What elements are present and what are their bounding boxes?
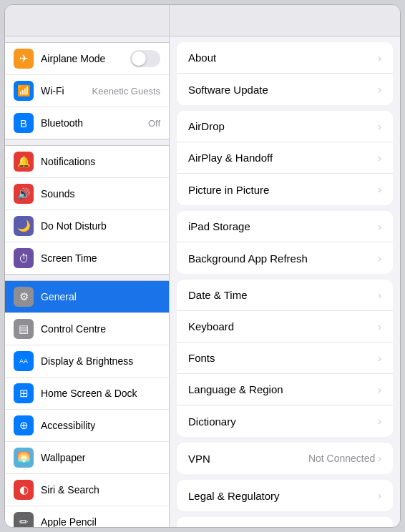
- settings-row-software-update[interactable]: Software Update›: [177, 74, 393, 105]
- sidebar-item-accessibility[interactable]: ⊕Accessibility: [5, 410, 169, 442]
- chevron-icon-about: ›: [378, 52, 381, 64]
- settings-row-airdrop[interactable]: AirDrop›: [177, 111, 393, 142]
- row-label-vpn: VPN: [188, 453, 308, 465]
- settings-group-6: Reset›: [177, 517, 393, 527]
- sidebar-section: 🔔Notifications🔊Sounds🌙Do Not Disturb⏱Scr…: [5, 145, 169, 275]
- sidebar-item-homescreen[interactable]: ⊞Home Screen & Dock: [5, 378, 169, 410]
- sidebar-item-wifi[interactable]: 📶Wi-FiKeenetic Guests: [5, 75, 169, 107]
- siri-icon: ◐: [14, 480, 34, 500]
- airplane-mode-icon: ✈: [14, 49, 34, 69]
- settings-row-language-region[interactable]: Language & Region›: [177, 374, 393, 405]
- sidebar-label-display: Display & Brightness: [41, 355, 160, 367]
- settings-group-3: Date & Time›Keyboard›Fonts›Language & Re…: [177, 280, 393, 437]
- header-bar: [5, 5, 400, 36]
- settings-row-dictionary[interactable]: Dictionary›: [177, 405, 393, 437]
- chevron-icon-legal-regulatory: ›: [378, 490, 381, 501]
- sidebar-item-airplane-mode[interactable]: ✈Airplane Mode: [5, 43, 169, 75]
- wifi-icon: 📶: [14, 81, 34, 101]
- settings-row-about[interactable]: About›: [177, 42, 393, 74]
- chevron-icon-dictionary: ›: [378, 415, 381, 427]
- settings-row-picture-in-picture[interactable]: Picture in Picture›: [177, 174, 393, 205]
- sidebar-label-homescreen: Home Screen & Dock: [41, 388, 160, 399]
- toggle-airplane-mode[interactable]: [130, 50, 160, 67]
- row-label-legal-regulatory: Legal & Regulatory: [188, 490, 378, 502]
- settings-row-legal-regulatory[interactable]: Legal & Regulatory›: [177, 480, 393, 511]
- settings-row-ipad-storage[interactable]: iPad Storage›: [177, 211, 393, 242]
- sidebar-item-controlcentre[interactable]: ▤Control Centre: [5, 313, 169, 345]
- chevron-icon-language-region: ›: [378, 384, 381, 395]
- row-label-airdrop: AirDrop: [188, 120, 378, 132]
- chevron-icon-keyboard: ›: [378, 321, 381, 332]
- screentime-icon: ⏱: [14, 248, 34, 268]
- chevron-icon-airplay-handoff: ›: [378, 152, 381, 164]
- chevron-icon-software-update: ›: [378, 84, 381, 95]
- sidebar-item-bluetooth[interactable]: BBluetoothOff: [5, 107, 169, 139]
- chevron-icon-picture-in-picture: ›: [378, 184, 381, 195]
- settings-row-fonts[interactable]: Fonts›: [177, 343, 393, 374]
- notifications-icon: 🔔: [14, 152, 34, 172]
- sidebar-item-wallpaper[interactable]: 🌅Wallpaper: [5, 442, 169, 474]
- panel-title: [170, 5, 400, 36]
- settings-row-vpn[interactable]: VPNNot Connected›: [177, 443, 393, 474]
- sidebar-label-siri: Siri & Search: [41, 484, 160, 496]
- controlcentre-icon: ▤: [14, 319, 34, 339]
- settings-row-reset[interactable]: Reset›: [177, 517, 393, 527]
- sidebar-item-display[interactable]: AADisplay & Brightness: [5, 345, 169, 378]
- bluetooth-icon: B: [14, 113, 34, 133]
- homescreen-icon: ⊞: [14, 383, 34, 403]
- wallpaper-icon: 🌅: [14, 448, 34, 468]
- settings-row-airplay-handoff[interactable]: AirPlay & Handoff›: [177, 142, 393, 174]
- sidebar-label-bluetooth: Bluetooth: [41, 117, 148, 129]
- sidebar-item-notifications[interactable]: 🔔Notifications: [5, 146, 169, 178]
- row-label-dictionary: Dictionary: [188, 415, 378, 428]
- sidebar-item-applepencil[interactable]: ✏Apple Pencil: [5, 506, 169, 527]
- sidebar-label-general: General: [41, 291, 160, 302]
- sidebar-label-wifi: Wi-Fi: [41, 85, 92, 97]
- row-label-about: About: [188, 51, 378, 64]
- applepencil-icon: ✏: [14, 512, 34, 527]
- sidebar-section: ✈Airplane Mode📶Wi-FiKeenetic GuestsBBlue…: [5, 42, 169, 139]
- row-label-picture-in-picture: Picture in Picture: [188, 184, 378, 196]
- chevron-icon-vpn: ›: [378, 453, 381, 464]
- row-label-reset: Reset: [188, 527, 378, 528]
- settings-group-1: AirDrop›AirPlay & Handoff›Picture in Pic…: [177, 111, 393, 205]
- sidebar-item-general[interactable]: ⚙General: [5, 281, 169, 313]
- sidebar-label-screentime: Screen Time: [41, 252, 160, 264]
- sidebar-label-controlcentre: Control Centre: [41, 323, 160, 335]
- settings-row-keyboard[interactable]: Keyboard›: [177, 311, 393, 343]
- sidebar-title: [5, 5, 170, 36]
- main-content: ✈Airplane Mode📶Wi-FiKeenetic GuestsBBlue…: [5, 36, 400, 527]
- sidebar-label-accessibility: Accessibility: [41, 420, 160, 431]
- sidebar: ✈Airplane Mode📶Wi-FiKeenetic GuestsBBlue…: [5, 36, 170, 527]
- settings-row-date-time[interactable]: Date & Time›: [177, 280, 393, 311]
- accessibility-icon: ⊕: [14, 415, 34, 435]
- row-label-airplay-handoff: AirPlay & Handoff: [188, 152, 378, 164]
- donotdisturb-icon: 🌙: [14, 216, 34, 236]
- sidebar-label-notifications: Notifications: [41, 156, 160, 167]
- sounds-icon: 🔊: [14, 184, 34, 204]
- device-frame: ✈Airplane Mode📶Wi-FiKeenetic GuestsBBlue…: [4, 4, 401, 528]
- chevron-icon-fonts: ›: [378, 353, 381, 364]
- settings-group-2: iPad Storage›Background App Refresh›: [177, 211, 393, 274]
- general-icon: ⚙: [14, 287, 34, 307]
- settings-group-5: Legal & Regulatory›: [177, 480, 393, 511]
- settings-group-0: About›Software Update›: [177, 42, 393, 105]
- sidebar-value-bluetooth: Off: [148, 118, 160, 129]
- sidebar-item-sounds[interactable]: 🔊Sounds: [5, 178, 169, 210]
- sidebar-label-wallpaper: Wallpaper: [41, 452, 160, 463]
- sidebar-item-siri[interactable]: ◐Siri & Search: [5, 474, 169, 506]
- settings-row-background-app-refresh[interactable]: Background App Refresh›: [177, 242, 393, 274]
- row-label-ipad-storage: iPad Storage: [188, 220, 378, 232]
- chevron-icon-background-app-refresh: ›: [378, 252, 381, 264]
- sidebar-item-screentime[interactable]: ⏱Screen Time: [5, 242, 169, 274]
- display-icon: AA: [14, 351, 34, 371]
- sidebar-value-wifi: Keenetic Guests: [92, 86, 160, 97]
- sidebar-label-applepencil: Apple Pencil: [41, 516, 160, 527]
- row-value-vpn: Not Connected: [308, 453, 375, 464]
- row-label-background-app-refresh: Background App Refresh: [188, 252, 378, 265]
- row-label-keyboard: Keyboard: [188, 320, 378, 332]
- chevron-icon-airdrop: ›: [378, 121, 381, 132]
- row-label-fonts: Fonts: [188, 352, 378, 364]
- sidebar-item-donotdisturb[interactable]: 🌙Do Not Disturb: [5, 210, 169, 242]
- settings-group-4: VPNNot Connected›: [177, 443, 393, 474]
